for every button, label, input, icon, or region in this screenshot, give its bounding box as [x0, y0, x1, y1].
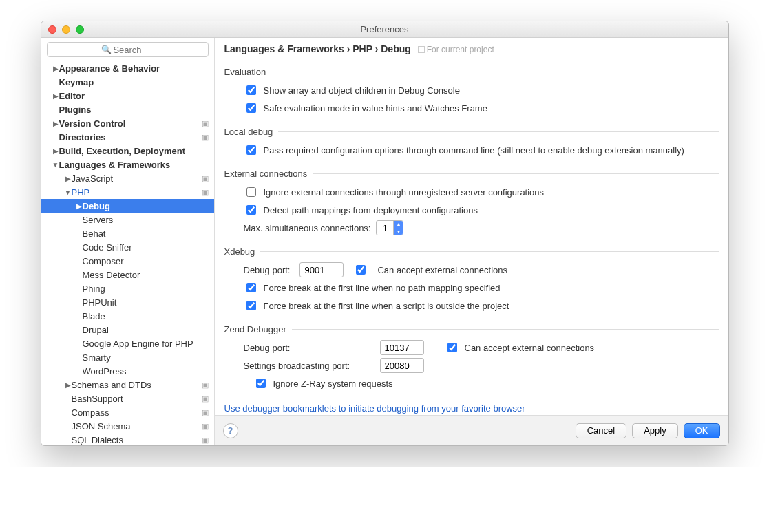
section-local-debug: Local debug [224, 127, 719, 137]
chk-ignore-external-label: Ignore external connections through unre… [264, 187, 545, 198]
spinner-down-icon[interactable]: ▼ [394, 228, 403, 235]
tree-editor[interactable]: ▶Editor [41, 89, 214, 103]
tree-directories[interactable]: Directories▣ [41, 130, 214, 144]
project-scope-icon: ▣ [202, 381, 209, 390]
zend-broadcast-label: Settings broadcasting port: [244, 361, 375, 371]
section-zend: Zend Debugger [224, 324, 719, 334]
titlebar: Preferences [41, 21, 728, 38]
tree-smarty[interactable]: Smarty [41, 350, 214, 364]
tree-plugins[interactable]: Plugins [41, 103, 214, 116]
tree-vcs[interactable]: ▶Version Control▣ [41, 116, 214, 130]
tree-appearance[interactable]: ▶Appearance & Behavior [41, 61, 214, 75]
chk-zray[interactable] [256, 379, 266, 388]
tree-phing[interactable]: Phing [41, 281, 214, 295]
tree-js[interactable]: ▶JavaScript▣ [41, 171, 214, 185]
spinner-up-icon[interactable]: ▲ [394, 221, 403, 228]
project-scope-icon [418, 46, 425, 53]
chk-zend-accept-label: Can accept external connections [465, 343, 595, 353]
chk-safe-eval[interactable] [246, 103, 256, 113]
settings-tree[interactable]: ▶Appearance & Behavior Keymap ▶Editor Pl… [41, 61, 214, 445]
bookmarklets-link[interactable]: Use debugger bookmarklets to initiate de… [224, 403, 719, 414]
maxconn-input[interactable] [377, 222, 393, 234]
project-scope-icon: ▣ [202, 174, 209, 183]
tree-composer[interactable]: Composer [41, 254, 214, 268]
scope-label: For current project [427, 45, 494, 54]
chk-xdebug-accept[interactable] [356, 265, 366, 275]
tree-codesniffer[interactable]: Code Sniffer [41, 240, 214, 254]
section-xdebug: Xdebug [224, 246, 719, 257]
chk-zray-label: Ignore Z-Ray system requests [273, 379, 393, 389]
window-controls [48, 25, 84, 34]
tree-servers[interactable]: Servers [41, 213, 214, 226]
breadcrumb-item: Languages & Frameworks [224, 43, 344, 54]
cancel-button[interactable]: Cancel [576, 423, 626, 438]
window-title: Preferences [360, 24, 408, 34]
project-scope-icon: ▣ [202, 408, 209, 417]
sidebar: 🔍 ▶Appearance & Behavior Keymap ▶Editor … [41, 38, 215, 445]
chk-ignore-external[interactable] [246, 187, 256, 197]
tree-build[interactable]: ▶Build, Execution, Deployment [41, 144, 214, 158]
project-scope-icon: ▣ [202, 133, 209, 142]
chk-fbreak-nopath-label: Force break at the first line when no pa… [264, 283, 501, 293]
tree-php[interactable]: ▼PHP▣ [41, 185, 214, 199]
tree-phpunit[interactable]: PHPUnit [41, 295, 214, 309]
chk-fbreak-outside[interactable] [246, 301, 256, 310]
tree-drupal[interactable]: Drupal [41, 323, 214, 337]
chk-show-children[interactable] [246, 85, 256, 95]
tree-compass[interactable]: Compass▣ [41, 405, 214, 419]
maxconn-spinner[interactable]: ▲▼ [376, 220, 403, 235]
chk-fbreak-nopath[interactable] [246, 283, 256, 292]
xdebug-port-input[interactable] [299, 262, 344, 277]
close-icon[interactable] [48, 25, 56, 34]
section-external: External connections [224, 169, 719, 179]
project-scope-icon: ▣ [202, 119, 209, 128]
section-evaluation: Evaluation [224, 67, 719, 77]
chk-fbreak-outside-label: Force break at the first line when a scr… [264, 301, 509, 311]
breadcrumb: Languages & Frameworks › PHP › Debug For… [215, 38, 728, 58]
chk-pass-config[interactable] [246, 145, 256, 155]
tree-gae[interactable]: Google App Engine for PHP [41, 337, 214, 350]
zend-broadcast-input[interactable] [380, 358, 424, 373]
tree-blade[interactable]: Blade [41, 309, 214, 323]
search-input[interactable] [48, 43, 208, 56]
breadcrumb-item: Debug [381, 43, 411, 54]
dialog-footer: ? Cancel Apply OK [215, 415, 728, 445]
tree-json[interactable]: JSON Schema▣ [41, 419, 214, 433]
preferences-window: Preferences 🔍 ▶Appearance & Behavior Key… [41, 21, 729, 446]
search-field[interactable]: 🔍 [47, 42, 209, 57]
chk-zend-accept[interactable] [447, 343, 457, 352]
help-button[interactable]: ? [223, 423, 238, 438]
chk-xdebug-accept-label: Can accept external connections [377, 265, 507, 275]
settings-content: Evaluation Show array and object childre… [215, 58, 728, 415]
minimize-icon[interactable] [62, 25, 70, 34]
chk-pass-config-label: Pass required configuration options thro… [264, 145, 684, 156]
tree-behat[interactable]: Behat [41, 226, 214, 240]
apply-button[interactable]: Apply [632, 423, 678, 438]
project-scope-icon: ▣ [202, 188, 209, 197]
tree-languages[interactable]: ▼Languages & Frameworks [41, 158, 214, 171]
tree-bash[interactable]: BashSupport▣ [41, 392, 214, 405]
breadcrumb-item: PHP [352, 43, 372, 54]
tree-wordpress[interactable]: WordPress [41, 364, 214, 378]
project-scope-icon: ▣ [202, 394, 209, 403]
ok-button[interactable]: OK [684, 423, 720, 438]
tree-debug[interactable]: ▶Debug [41, 199, 214, 213]
tree-keymap[interactable]: Keymap [41, 75, 214, 89]
chk-detect-mappings-label: Detect path mappings from deployment con… [264, 205, 478, 215]
project-scope-icon: ▣ [202, 422, 209, 431]
tree-sql[interactable]: SQL Dialects▣ [41, 433, 214, 445]
maxconn-label: Max. simultaneous connections: [244, 223, 371, 233]
zoom-icon[interactable] [76, 25, 84, 34]
zend-port-input[interactable] [380, 340, 424, 355]
tree-mess[interactable]: Mess Detector [41, 268, 214, 281]
zend-port-label: Debug port: [244, 343, 375, 353]
xdebug-port-label: Debug port: [244, 265, 291, 275]
tree-schemas[interactable]: ▶Schemas and DTDs▣ [41, 378, 214, 392]
chk-detect-mappings[interactable] [246, 205, 256, 215]
chk-show-children-label: Show array and object children in Debug … [264, 85, 460, 96]
chk-safe-eval-label: Safe evaluation mode in value hints and … [264, 103, 487, 114]
project-scope-icon: ▣ [202, 436, 209, 445]
